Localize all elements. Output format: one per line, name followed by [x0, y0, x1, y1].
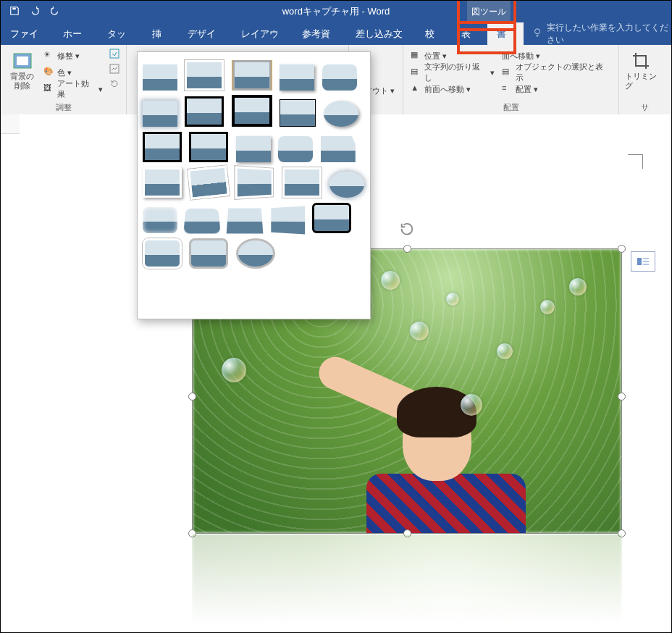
- group-arrange: ▦位置 ▾ ▤文字列の折り返し ▾ ▲前面へ移動 ▾ 面へ移動 ▾ ▤オブジェク…: [403, 45, 619, 114]
- sun-icon: ☀: [43, 50, 55, 62]
- change-picture-icon[interactable]: [109, 63, 120, 76]
- rotate-handle[interactable]: [399, 221, 415, 240]
- resize-handle-r[interactable]: [618, 393, 626, 401]
- wrap-text-button[interactable]: ▤文字列の折り返し ▾: [409, 64, 496, 80]
- style-bevel-left-persp[interactable]: [269, 206, 304, 235]
- chevron-down-icon: ▾: [67, 68, 72, 77]
- style-reflected-bevel-white[interactable]: [143, 239, 182, 268]
- group-size: トリミング サ: [619, 45, 671, 114]
- remove-background-icon: [12, 50, 33, 72]
- tab-design[interactable]: デザイン: [178, 22, 231, 45]
- svg-rect-6: [637, 258, 642, 265]
- chevron-down-icon: ▾: [75, 51, 80, 61]
- tab-references[interactable]: 参考資料: [293, 22, 345, 45]
- title-bar: wordキャプチャ用 - Word 図ツール: [1, 1, 671, 22]
- chevron-down-icon: ▾: [442, 51, 447, 61]
- style-beveled-matte[interactable]: [185, 61, 224, 90]
- ribbon-tabs: ファイル ホーム タッチ 挿入 デザイン レイアウト 参考資料 差し込み文書 校…: [1, 22, 671, 45]
- chevron-down-icon: ▾: [466, 85, 471, 94]
- tab-mailings[interactable]: 差し込み文書: [346, 22, 416, 45]
- svg-rect-3: [17, 56, 28, 65]
- tab-file[interactable]: ファイル: [1, 22, 54, 45]
- group-label-adjust: 調整: [7, 102, 120, 114]
- selection-pane-icon: ▤: [502, 67, 513, 78]
- ruler-corner: [1, 114, 20, 134]
- chevron-down-icon: ▾: [536, 51, 540, 61]
- chevron-down-icon: ▾: [490, 68, 495, 77]
- selection-pane-button[interactable]: ▤オブジェクトの選択と表示: [500, 64, 613, 80]
- style-relaxed-white[interactable]: [282, 168, 322, 197]
- svg-rect-4: [110, 49, 119, 58]
- tell-me-box[interactable]: 実行したい作業を入力してください: [532, 22, 671, 46]
- style-soft-edge[interactable]: [143, 99, 177, 128]
- style-center-shadow[interactable]: [236, 135, 271, 164]
- chevron-down-icon: ▾: [98, 85, 103, 94]
- layout-options-button[interactable]: [631, 251, 655, 272]
- picture-styles-dropdown[interactable]: [137, 51, 371, 319]
- group-label-size: サ: [625, 102, 665, 114]
- reset-picture-icon[interactable]: [109, 78, 120, 91]
- resize-handle-t[interactable]: [403, 245, 411, 253]
- align-icon: ≡: [502, 83, 513, 95]
- style-thick-matte-black[interactable]: [232, 96, 272, 125]
- style-perspective-white[interactable]: [236, 168, 275, 197]
- palette-icon: 🎨: [43, 67, 55, 78]
- wrap-icon: ▤: [411, 67, 422, 78]
- style-reflected-rounded[interactable]: [322, 63, 357, 92]
- redo-icon[interactable]: [50, 6, 60, 18]
- style-metal-rounded[interactable]: [189, 239, 228, 268]
- reflection-fade: [192, 535, 622, 629]
- picture-tools-context-tab[interactable]: 図ツール: [467, 1, 511, 22]
- style-simple-frame[interactable]: [143, 63, 177, 92]
- align-button[interactable]: ≡配置 ▾: [500, 81, 613, 97]
- style-soft-oval[interactable]: [329, 170, 364, 199]
- resize-handle-tr[interactable]: [618, 245, 626, 253]
- undo-icon[interactable]: [30, 6, 40, 18]
- tab-format[interactable]: 書式: [487, 22, 524, 45]
- tab-touch[interactable]: タッチ: [98, 22, 142, 45]
- style-rotated-white[interactable]: [189, 168, 228, 197]
- group-label-arrange: 配置: [409, 102, 613, 114]
- style-bevel-persp[interactable]: [185, 206, 219, 235]
- style-compound-black[interactable]: [143, 133, 182, 162]
- forward-icon: ▲: [411, 83, 422, 95]
- group-adjust: 背景の 削除 ☀修整 ▾ 🎨色 ▾ 🖼アート効果 ▾ 調整: [1, 45, 127, 114]
- chevron-down-icon: ▾: [390, 86, 395, 96]
- style-drop-shadow[interactable]: [280, 63, 314, 92]
- artistic-effects-button[interactable]: 🖼アート効果 ▾: [42, 81, 104, 97]
- svg-point-1: [534, 29, 539, 34]
- tab-layout[interactable]: レイアウト: [232, 22, 293, 45]
- style-snip-diag[interactable]: [321, 135, 356, 164]
- tab-review[interactable]: 校閲: [416, 22, 452, 45]
- tell-me-placeholder: 実行したい作業を入力してください: [547, 22, 671, 46]
- remove-background-button[interactable]: 背景の 削除: [7, 48, 38, 91]
- picture-icon: 🖼: [43, 83, 55, 95]
- style-rounded-diag[interactable]: [278, 135, 313, 164]
- quick-access-toolbar: [1, 6, 60, 18]
- position-icon: ▦: [411, 50, 422, 62]
- style-beveled-oval[interactable]: [324, 99, 358, 128]
- style-moderate-white[interactable]: [143, 168, 182, 197]
- tab-insert[interactable]: 挿入: [143, 22, 179, 45]
- tab-home[interactable]: ホーム: [54, 22, 98, 45]
- document-title: wordキャプチャ用 - Word: [1, 1, 671, 22]
- svg-rect-0: [12, 7, 15, 9]
- crop-button[interactable]: トリミング: [625, 48, 657, 91]
- compress-picture-icon[interactable]: [109, 48, 120, 61]
- style-metal-frame[interactable]: [232, 60, 272, 91]
- chevron-down-icon: ▾: [534, 85, 538, 94]
- style-bevel-rect[interactable]: [143, 206, 177, 235]
- style-metal-oval[interactable]: [236, 239, 275, 268]
- lightbulb-icon: [532, 28, 542, 40]
- style-reflected-bevel-black[interactable]: [312, 204, 351, 232]
- style-reflected-persp[interactable]: [227, 206, 262, 235]
- tab-view[interactable]: 表示: [452, 22, 488, 45]
- style-moderate-black[interactable]: [189, 133, 228, 162]
- style-simple-black[interactable]: [280, 98, 316, 127]
- crop-icon: [630, 50, 652, 72]
- resize-handle-l[interactable]: [188, 393, 196, 401]
- bring-forward-button[interactable]: ▲前面へ移動 ▾: [409, 81, 496, 97]
- style-double-frame-black[interactable]: [185, 97, 224, 126]
- corrections-button[interactable]: ☀修整 ▾: [42, 48, 104, 64]
- save-icon[interactable]: [9, 6, 20, 18]
